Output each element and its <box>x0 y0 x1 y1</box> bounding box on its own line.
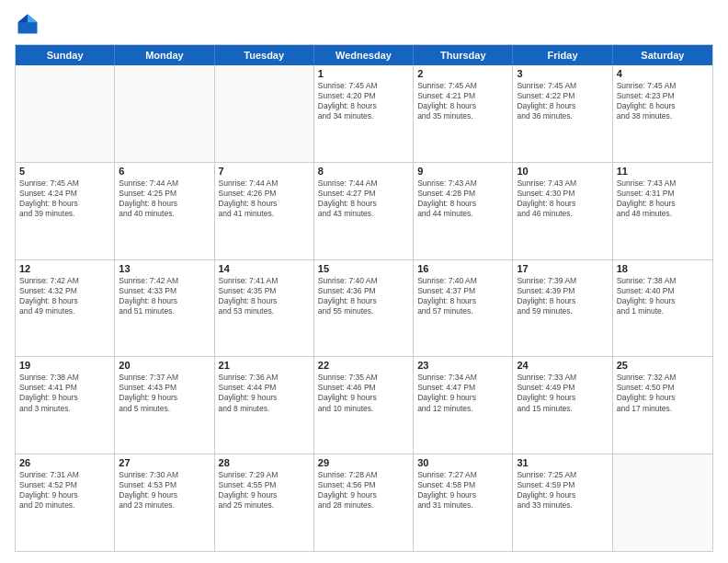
svg-marker-2 <box>18 15 28 23</box>
cell-line: Sunset: 4:46 PM <box>318 383 409 393</box>
day-number: 19 <box>19 360 110 371</box>
day-number: 17 <box>517 263 608 274</box>
cell-line: and 33 minutes. <box>517 500 608 511</box>
cell-line: Daylight: 8 hours <box>318 101 409 111</box>
calendar-cell: 31Sunrise: 7:25 AMSunset: 4:59 PMDayligh… <box>513 454 612 551</box>
cell-line: and 46 minutes. <box>517 209 608 219</box>
cell-line: Daylight: 8 hours <box>318 199 409 209</box>
cell-line: Daylight: 8 hours <box>517 199 608 209</box>
cell-line: Sunrise: 7:30 AM <box>119 470 210 480</box>
cell-line: and 36 minutes. <box>517 111 608 121</box>
calendar-cell: 21Sunrise: 7:36 AMSunset: 4:44 PMDayligh… <box>215 357 314 454</box>
cell-line: and 15 minutes. <box>517 404 608 414</box>
cell-line: Daylight: 9 hours <box>19 393 110 403</box>
day-number: 15 <box>318 263 409 274</box>
cell-line: and 8 minutes. <box>219 404 310 414</box>
cell-line: Sunrise: 7:40 AM <box>417 276 508 286</box>
cell-line: Daylight: 9 hours <box>617 393 709 403</box>
calendar-week-2: 5Sunrise: 7:45 AMSunset: 4:24 PMDaylight… <box>16 162 712 259</box>
calendar-week-4: 19Sunrise: 7:38 AMSunset: 4:41 PMDayligh… <box>16 356 712 454</box>
cell-line: Sunrise: 7:35 AM <box>318 373 409 383</box>
day-number: 31 <box>517 457 608 468</box>
cell-line: and 20 minutes. <box>19 500 110 511</box>
calendar-header-row: SundayMondayTuesdayWednesdayThursdayFrid… <box>16 45 712 65</box>
cell-line: Sunrise: 7:42 AM <box>119 276 210 286</box>
cell-line: and 38 minutes. <box>617 111 709 121</box>
cell-line: Daylight: 9 hours <box>417 393 508 403</box>
cell-line: Daylight: 8 hours <box>119 296 210 306</box>
day-number: 30 <box>417 457 508 468</box>
cell-line: Sunrise: 7:41 AM <box>219 276 310 286</box>
cell-line: Sunrise: 7:39 AM <box>517 276 608 286</box>
calendar-cell: 8Sunrise: 7:44 AMSunset: 4:27 PMDaylight… <box>314 163 414 259</box>
day-number: 14 <box>219 263 310 274</box>
cell-line: and 31 minutes. <box>417 500 508 511</box>
calendar-cell: 7Sunrise: 7:44 AMSunset: 4:26 PMDaylight… <box>215 163 314 259</box>
cell-line: and 41 minutes. <box>219 209 310 219</box>
cell-line: and 1 minute. <box>617 306 709 316</box>
calendar-cell: 3Sunrise: 7:45 AMSunset: 4:22 PMDaylight… <box>513 65 612 162</box>
day-number: 20 <box>119 360 210 371</box>
cell-line: Sunset: 4:22 PM <box>517 91 608 101</box>
cell-line: Sunset: 4:35 PM <box>219 286 310 296</box>
cell-line: and 39 minutes. <box>19 209 110 219</box>
cell-line: Sunrise: 7:42 AM <box>19 276 110 286</box>
cell-line: Daylight: 8 hours <box>219 296 310 306</box>
calendar-cell: 30Sunrise: 7:27 AMSunset: 4:58 PMDayligh… <box>414 454 513 551</box>
cell-line: Sunset: 4:40 PM <box>617 286 709 296</box>
day-number: 16 <box>417 263 508 274</box>
cell-line: Sunset: 4:39 PM <box>517 286 608 296</box>
cell-line: and 23 minutes. <box>119 500 210 511</box>
day-number: 29 <box>318 457 409 468</box>
cell-line: Sunrise: 7:44 AM <box>119 178 210 189</box>
cell-line: Sunrise: 7:45 AM <box>19 178 110 189</box>
cell-line: Sunrise: 7:44 AM <box>318 178 409 189</box>
cell-line: Daylight: 8 hours <box>417 199 508 209</box>
cell-line: Sunrise: 7:43 AM <box>517 178 608 189</box>
calendar-cell: 19Sunrise: 7:38 AMSunset: 4:41 PMDayligh… <box>16 357 115 454</box>
cell-line: Daylight: 9 hours <box>318 490 409 500</box>
cell-line: Sunset: 4:26 PM <box>219 189 310 199</box>
calendar-cell: 23Sunrise: 7:34 AMSunset: 4:47 PMDayligh… <box>414 357 513 454</box>
cell-line: Sunrise: 7:44 AM <box>219 178 310 189</box>
cell-line: Sunset: 4:43 PM <box>119 383 210 393</box>
calendar-cell: 24Sunrise: 7:33 AMSunset: 4:49 PMDayligh… <box>513 357 612 454</box>
cell-line: Daylight: 8 hours <box>617 199 709 209</box>
calendar: SundayMondayTuesdayWednesdayThursdayFrid… <box>15 44 713 552</box>
cell-line: Sunset: 4:49 PM <box>517 383 608 393</box>
day-number: 6 <box>119 166 210 177</box>
cell-line: Sunset: 4:21 PM <box>417 91 508 101</box>
cell-line: Sunset: 4:44 PM <box>219 383 310 393</box>
cell-line: and 48 minutes. <box>617 209 709 219</box>
calendar-cell: 11Sunrise: 7:43 AMSunset: 4:31 PMDayligh… <box>613 163 712 259</box>
cell-line: Daylight: 8 hours <box>19 199 110 209</box>
day-header-sunday: Sunday <box>16 45 115 65</box>
logo-icon <box>15 11 40 37</box>
calendar-cell: 16Sunrise: 7:40 AMSunset: 4:37 PMDayligh… <box>414 260 513 357</box>
cell-line: Sunrise: 7:31 AM <box>19 470 110 480</box>
cell-line: Daylight: 8 hours <box>517 296 608 306</box>
calendar-cell: 9Sunrise: 7:43 AMSunset: 4:28 PMDaylight… <box>414 163 513 259</box>
day-number: 5 <box>19 166 110 177</box>
calendar-cell <box>115 65 214 162</box>
svg-marker-1 <box>28 15 38 23</box>
cell-line: Sunrise: 7:32 AM <box>617 373 709 383</box>
cell-line: Daylight: 8 hours <box>219 199 310 209</box>
cell-line: and 25 minutes. <box>219 500 310 511</box>
day-number: 22 <box>318 360 409 371</box>
calendar-cell: 26Sunrise: 7:31 AMSunset: 4:52 PMDayligh… <box>16 454 115 551</box>
cell-line: and 59 minutes. <box>517 306 608 316</box>
cell-line: Sunset: 4:33 PM <box>119 286 210 296</box>
day-header-friday: Friday <box>513 45 612 65</box>
cell-line: and 57 minutes. <box>417 306 508 316</box>
cell-line: Sunset: 4:32 PM <box>19 286 110 296</box>
calendar-cell: 5Sunrise: 7:45 AMSunset: 4:24 PMDaylight… <box>16 163 115 259</box>
cell-line: Sunrise: 7:45 AM <box>517 81 608 91</box>
calendar-cell: 27Sunrise: 7:30 AMSunset: 4:53 PMDayligh… <box>115 454 214 551</box>
day-header-saturday: Saturday <box>613 45 712 65</box>
calendar-cell: 29Sunrise: 7:28 AMSunset: 4:56 PMDayligh… <box>314 454 414 551</box>
calendar-cell: 14Sunrise: 7:41 AMSunset: 4:35 PMDayligh… <box>215 260 314 357</box>
day-number: 28 <box>219 457 310 468</box>
cell-line: and 44 minutes. <box>417 209 508 219</box>
page: SundayMondayTuesdayWednesdayThursdayFrid… <box>0 0 728 563</box>
